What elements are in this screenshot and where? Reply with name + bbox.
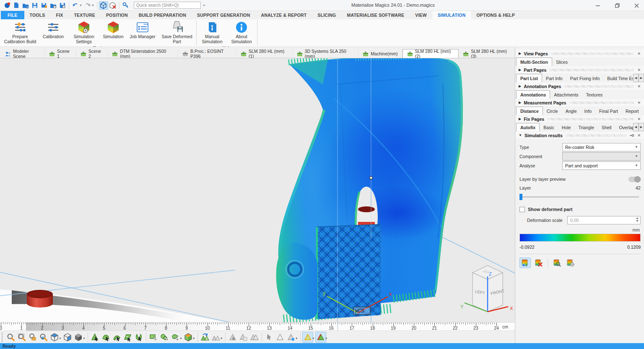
zoom-box-icon[interactable] — [16, 332, 27, 343]
show-deformed-checkbox[interactable] — [519, 207, 525, 212]
color-settings-button[interactable] — [565, 258, 576, 268]
select-step-icon[interactable] — [122, 332, 133, 343]
select-freeform-icon[interactable] — [159, 332, 170, 343]
tab-slices[interactable]: Slices — [552, 58, 571, 66]
shade-toggle-icon[interactable] — [99, 1, 108, 10]
zoom-icon[interactable] — [5, 332, 16, 343]
tool-disabled-3-icon[interactable] — [249, 332, 260, 343]
undo-icon[interactable] — [71, 1, 80, 10]
close-icon[interactable]: ✕ — [636, 117, 641, 121]
ribbon-tab-materialise-software[interactable]: MATERIALISE SOFTWARE — [341, 11, 410, 19]
minimize-button[interactable] — [594, 2, 602, 9]
select-surface-icon[interactable] — [101, 332, 112, 343]
tab-part-info[interactable]: Part Info — [542, 75, 566, 82]
ribbon-tab-simulation[interactable]: SIMULATION — [432, 11, 471, 19]
type-select[interactable]: Re-coater Risk ▼ — [562, 143, 641, 151]
scene-tab-scene-2[interactable]: Scene 2 — [76, 49, 108, 58]
grow-selection-icon[interactable] — [210, 332, 221, 343]
quick-search-input[interactable] — [134, 2, 201, 9]
ribbon-tab-fix[interactable]: FIX — [51, 11, 69, 19]
slider-handle[interactable] — [519, 194, 522, 200]
ribbon-tab-tools[interactable]: TOOLS — [24, 11, 51, 19]
restore-button[interactable] — [613, 2, 621, 9]
tab-textures[interactable]: Textures — [582, 91, 607, 99]
toolbar-drag-handle[interactable] — [2, 333, 4, 342]
save-as-icon[interactable] — [39, 1, 49, 10]
about-simulation-button[interactable]: About Simulation — [227, 20, 256, 44]
ribbon-tab-slicing[interactable]: SLICING — [312, 11, 341, 19]
swap-selection-icon[interactable] — [200, 332, 210, 343]
tab-part-list[interactable]: Part List — [516, 74, 542, 82]
tool-disabled-2-icon[interactable] — [238, 332, 249, 343]
tab-autofix[interactable]: Autofix — [516, 123, 540, 131]
grow-dropdown-caret[interactable]: ▼ — [220, 337, 223, 340]
select-window-icon[interactable] — [148, 332, 159, 343]
simulation-button[interactable]: Simulation — [99, 20, 128, 39]
redo-caret-icon[interactable]: ▼ — [91, 4, 94, 7]
prepare-calibration-build-button[interactable]: Prepare Calibration Build — [2, 20, 39, 44]
through-dropdown-caret[interactable]: ▼ — [192, 337, 195, 340]
scene-tab-modeler-scene[interactable]: Modeler Scene — [1, 49, 45, 58]
spinner-arrows-icon[interactable] — [636, 217, 639, 222]
simulation-settings-button[interactable]: Simulation Settings — [69, 20, 99, 44]
scene-tab-slm-280-hl-mm-1[interactable]: SLM 280 HL (mm) (1) — [236, 49, 293, 58]
close-icon[interactable]: ✕ — [636, 84, 641, 89]
hide-part-icon[interactable] — [108, 1, 117, 10]
tab-multi-section[interactable]: Multi-Section — [516, 57, 552, 66]
mark-plane-dropdown-caret[interactable]: ▼ — [325, 337, 328, 340]
scene-tab-machine-mm[interactable]: Machine(mm) — [358, 49, 402, 58]
iso-view-icon[interactable] — [62, 332, 73, 343]
close-button[interactable] — [632, 2, 641, 9]
tab-angle[interactable]: Angle — [562, 107, 581, 115]
ribbon-tab-options-help[interactable]: OPTIONS & HELP — [471, 11, 520, 19]
scene-tab-dtm-sinterstation-2500-mm[interactable]: DTM Sinterstation 2500 (mm) — [108, 49, 178, 58]
scroll-right-icon[interactable]: ▶ — [639, 74, 644, 82]
select-shell-icon[interactable] — [133, 332, 144, 343]
import-part-icon[interactable] — [21, 1, 30, 10]
part-pages-header[interactable]: ▶Part Pages✕ — [515, 66, 644, 73]
save-deformed-part-button[interactable]: Save Deformed Part — [158, 20, 195, 44]
dot-dropdown-caret[interactable]: ▼ — [295, 337, 298, 340]
tab-shell[interactable]: Shell — [598, 124, 615, 131]
undo-caret-icon[interactable]: ▼ — [79, 4, 82, 7]
inspect-colors-button[interactable] — [551, 258, 563, 268]
save-icon[interactable] — [30, 1, 39, 10]
close-icon[interactable]: ✕ — [636, 133, 641, 138]
manual-simulation-button[interactable]: Manual Simulation — [197, 20, 227, 44]
layer-slider[interactable] — [519, 193, 641, 200]
scene-tab-slm-280-hl-mm-3[interactable]: SLM 280 HL (mm) (3) — [459, 49, 515, 58]
select-triangles-icon[interactable] — [90, 332, 101, 343]
measurement-pages-header[interactable]: ▶Measurement Pages✕ — [515, 99, 644, 106]
triangle-dot-icon[interactable] — [286, 332, 296, 343]
tab-final-part[interactable]: Final Part — [595, 107, 622, 115]
tab-annotations[interactable]: Annotations — [516, 90, 550, 99]
view-dropdown-caret[interactable]: ▼ — [59, 337, 62, 340]
scene-tab-3d-systems-sla-250-mm[interactable]: 3D Systems SLA 250 (mm) — [293, 49, 359, 58]
ribbon-tab-view[interactable]: VIEW — [410, 11, 432, 19]
close-icon[interactable]: ✕ — [636, 68, 641, 72]
customize-toolbar-icon[interactable]: ÷ — [203, 3, 205, 8]
close-icon[interactable]: ✕ — [636, 101, 641, 105]
new-part-icon[interactable] — [12, 1, 21, 10]
tab-attachments[interactable]: Attachments — [550, 91, 582, 99]
job-manager-button[interactable]: Job Manager — [128, 20, 157, 39]
close-icon[interactable]: ✕ — [636, 52, 641, 56]
deformation-scale-input[interactable]: 0,00 — [567, 216, 641, 224]
tool-disabled-1-icon[interactable] — [227, 332, 238, 343]
save-project-icon[interactable] — [58, 1, 67, 10]
tab-distance[interactable]: Distance — [516, 107, 543, 115]
ribbon-tab-texture[interactable]: TEXTURE — [68, 11, 100, 19]
tab-part-fixing-info[interactable]: Part Fixing Info — [566, 75, 604, 82]
component-select[interactable]: ▼ — [562, 152, 641, 161]
tab-circle[interactable]: Circle — [543, 107, 562, 115]
scroll-left-icon[interactable]: ◀ — [633, 74, 639, 82]
mark-tri-dropdown-caret[interactable]: ▼ — [312, 337, 315, 340]
scene-tab-slm-280-hl-mm-2[interactable]: SLM 280 HL (mm) (2) — [402, 49, 459, 58]
view-pages-header[interactable]: ▶View Pages✕ — [515, 50, 644, 57]
redo-icon[interactable] — [83, 1, 92, 10]
cursor-gray-icon[interactable] — [264, 332, 275, 343]
triangle-outline-icon[interactable] — [275, 332, 286, 343]
slider-track[interactable] — [519, 196, 639, 198]
tab-info[interactable]: Info — [580, 107, 595, 115]
layer-preview-toggle[interactable] — [628, 177, 641, 182]
